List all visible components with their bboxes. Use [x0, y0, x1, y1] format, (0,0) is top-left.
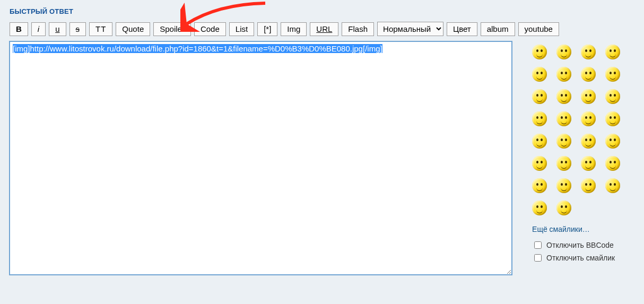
font-size-select[interactable]: Нормальный	[377, 22, 443, 36]
smiley-money[interactable]	[581, 134, 596, 149]
italic-button[interactable]: i	[31, 22, 46, 36]
smiley-laugh[interactable]	[532, 134, 547, 149]
list-item-button[interactable]: [*]	[257, 22, 277, 36]
smiley-sleepy[interactable]	[605, 156, 620, 171]
img-button[interactable]: Img	[281, 22, 307, 36]
tt-button[interactable]: TT	[89, 22, 112, 36]
smiley-thumbs[interactable]	[532, 111, 547, 126]
spoiler-button[interactable]: Spoiler	[153, 22, 191, 36]
smiley-cool[interactable]	[581, 67, 596, 82]
smiley-thumbsup[interactable]	[581, 178, 596, 193]
smiley-sweat[interactable]	[556, 111, 571, 126]
smiley-wave[interactable]	[581, 111, 596, 126]
smiley-dizzy[interactable]	[532, 89, 547, 104]
disable-smilies-checkbox[interactable]	[534, 254, 542, 262]
smiley-crazy[interactable]	[532, 201, 547, 215]
flash-button[interactable]: Flash	[342, 22, 374, 36]
youtube-button[interactable]: youtube	[518, 22, 559, 36]
smiley-hmm[interactable]	[581, 45, 596, 59]
more-smilies-link[interactable]: Ещё смайлики…	[532, 225, 590, 233]
list-button[interactable]: List	[229, 22, 254, 36]
smiley-wow[interactable]	[605, 89, 620, 104]
smiley-tongue[interactable]	[605, 178, 620, 193]
color-button[interactable]: Цвет	[447, 22, 477, 36]
smiley-hearts[interactable]	[532, 67, 547, 82]
smiley-grin[interactable]	[605, 67, 620, 82]
smiley-frown[interactable]	[605, 111, 620, 126]
smiley-shades[interactable]	[556, 134, 571, 149]
smiley-sun[interactable]	[556, 178, 571, 193]
underline-button[interactable]: u	[49, 22, 66, 36]
smiley-cheer[interactable]	[581, 156, 596, 171]
smiley-angel[interactable]	[605, 134, 620, 149]
smiley-bored[interactable]	[556, 67, 571, 82]
disable-smilies-label: Отключить смайлик	[546, 254, 615, 262]
smiley-blush[interactable]	[556, 45, 571, 59]
panel-title: БЫСТРЫЙ ОТВЕТ	[10, 7, 634, 15]
disable-smilies-option[interactable]: Отключить смайлик	[532, 253, 634, 263]
disable-bbcode-label: Отключить BBCode	[546, 241, 614, 249]
strike-button[interactable]: s	[69, 22, 86, 36]
disable-bbcode-option[interactable]: Отключить BBCode	[532, 240, 634, 250]
smiley-pirate[interactable]	[532, 45, 547, 59]
smiley-party[interactable]	[556, 156, 571, 171]
disable-bbcode-checkbox[interactable]	[534, 241, 542, 249]
bold-button[interactable]: B	[10, 22, 28, 36]
code-button[interactable]: Code	[194, 22, 226, 36]
url-button[interactable]: URL	[310, 22, 338, 36]
smiley-teeth[interactable]	[581, 89, 596, 104]
smiley-smile[interactable]	[605, 45, 620, 59]
sidebar: Ещё смайлики… Отключить BBCode Отключить…	[512, 41, 634, 265]
album-button[interactable]: album	[481, 22, 515, 36]
smiley-dance[interactable]	[556, 201, 571, 215]
smiley-grid	[532, 45, 634, 215]
bbcode-toolbar: B i u s TT Quote Spoiler Code List [*] I…	[10, 22, 634, 36]
message-textarea[interactable]	[10, 41, 512, 275]
smiley-wink[interactable]	[556, 89, 571, 104]
smiley-clap[interactable]	[532, 156, 547, 171]
quote-button[interactable]: Quote	[116, 22, 150, 36]
smiley-ok[interactable]	[532, 178, 547, 193]
